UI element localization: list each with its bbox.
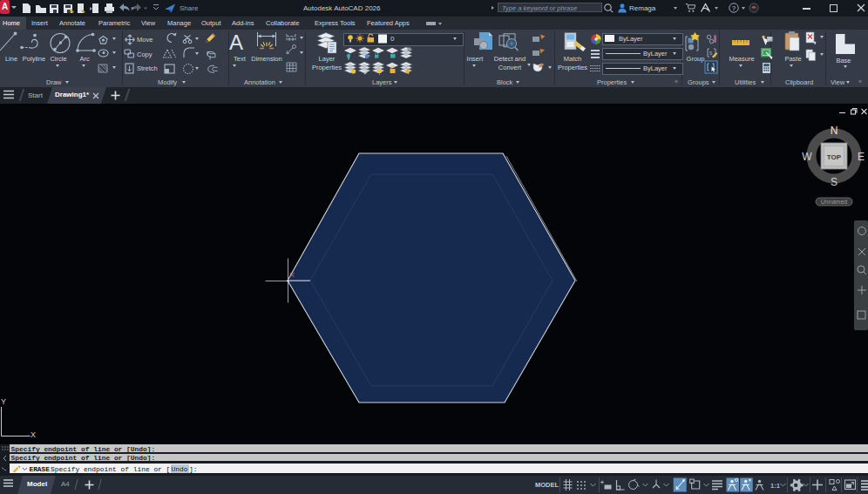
- svg-text:?: ?: [732, 4, 736, 12]
- svg-text:s: s: [709, 50, 713, 56]
- svg-text:S: S: [831, 176, 837, 188]
- svg-text:X: X: [31, 430, 36, 439]
- svg-text:N: N: [831, 125, 838, 137]
- svg-text:0: 0: [390, 35, 395, 43]
- svg-text:E: E: [858, 151, 865, 163]
- svg-text:Unnamed: Unnamed: [821, 199, 847, 205]
- svg-text:TOP: TOP: [827, 153, 842, 161]
- svg-text:W: W: [802, 151, 812, 163]
- svg-text:Y: Y: [1, 397, 6, 406]
